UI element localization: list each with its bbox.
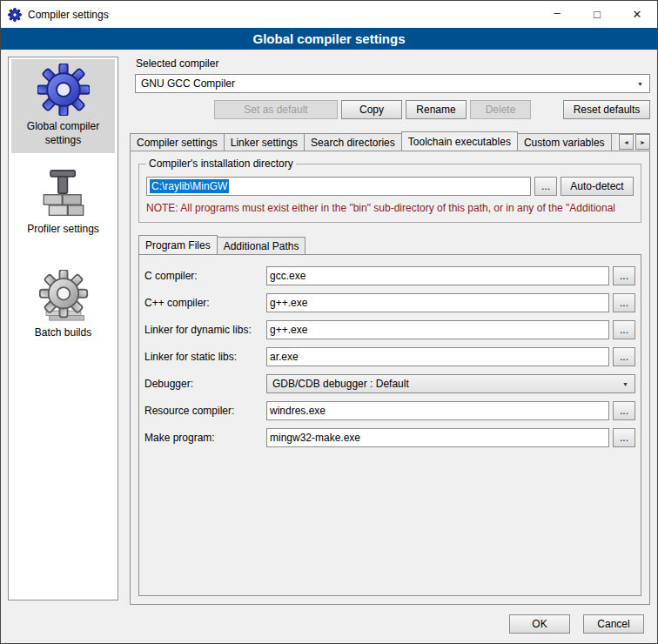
- installation-directory-row: C:\raylib\MinGW ... Auto-detect: [146, 177, 634, 196]
- installation-directory-group-label: Compiler's installation directory: [146, 158, 296, 170]
- resource-compiler-browse-button[interactable]: ...: [613, 401, 635, 420]
- c-compiler-value: gcc.exe: [270, 270, 306, 282]
- cancel-button[interactable]: Cancel: [583, 614, 644, 634]
- installation-directory-value: C:\raylib\MinGW: [150, 179, 229, 193]
- program-files-tabstrip: Program Files Additional Paths: [138, 235, 641, 254]
- main-panel: Selected compiler GNU GCC Compiler ▼ Set…: [130, 57, 650, 605]
- maximize-button[interactable]: □: [577, 1, 617, 28]
- title-bar: Compiler settings – □ ✕: [1, 1, 657, 28]
- dialog-footer: OK Cancel: [1, 605, 657, 643]
- gear-gray-icon: [38, 270, 89, 322]
- maximize-icon: □: [594, 8, 601, 21]
- left-pointer-icon: ◄: [623, 139, 629, 145]
- toolchain-executables-panel: Compiler's installation directory C:\ray…: [130, 151, 650, 605]
- reset-defaults-button[interactable]: Reset defaults: [563, 100, 650, 119]
- cpp-compiler-browse-button[interactable]: ...: [613, 293, 635, 312]
- debugger-row: Debugger: GDB/CDB debugger : Default ▼: [144, 374, 635, 393]
- debugger-label: Debugger:: [144, 378, 263, 390]
- c-compiler-browse-button[interactable]: ...: [613, 266, 635, 285]
- c-compiler-row: C compiler: gcc.exe ...: [144, 266, 635, 285]
- debugger-select[interactable]: GDB/CDB debugger : Default ▼: [266, 374, 635, 393]
- c-compiler-label: C compiler:: [144, 270, 263, 282]
- window-controls: – □ ✕: [537, 1, 657, 28]
- dynamic-linker-input[interactable]: g++.exe: [266, 320, 609, 339]
- dialog-header: Global compiler settings: [1, 28, 657, 50]
- copy-button[interactable]: Copy: [341, 100, 402, 119]
- resource-compiler-label: Resource compiler:: [144, 405, 263, 417]
- main-tabstrip: Compiler settings Linker settings Search…: [130, 131, 650, 151]
- dynamic-linker-row: Linker for dynamic libs: g++.exe ...: [144, 320, 635, 339]
- sidebar-item-global-compiler-settings[interactable]: Global compiler settings: [11, 59, 115, 153]
- compiler-actions: Set as default Copy Rename Delete Reset …: [130, 100, 650, 119]
- close-button[interactable]: ✕: [617, 1, 657, 28]
- gear-blue-icon: [37, 64, 90, 116]
- resource-compiler-value: windres.exe: [270, 405, 326, 417]
- tab-scroll-controls: ◄ ►: [616, 134, 650, 150]
- cpp-compiler-input[interactable]: g++.exe: [266, 293, 609, 312]
- tab-scroll-left-button[interactable]: ◄: [619, 134, 634, 150]
- set-as-default-button[interactable]: Set as default: [214, 100, 338, 119]
- debugger-select-value: GDB/CDB debugger : Default: [272, 378, 618, 390]
- auto-detect-button[interactable]: Auto-detect: [561, 177, 634, 196]
- settings-sidebar: Global compiler settings Profiler set: [8, 57, 118, 600]
- dynamic-linker-label: Linker for dynamic libs:: [144, 324, 263, 336]
- c-compiler-input[interactable]: gcc.exe: [266, 266, 609, 285]
- compiler-select[interactable]: GNU GCC Compiler ▼: [135, 74, 650, 93]
- sidebar-item-label: Global compiler settings: [13, 120, 113, 147]
- sidebar-item-label: Profiler settings: [27, 223, 99, 237]
- sidebar-item-profiler-settings[interactable]: Profiler settings: [11, 164, 115, 243]
- profiler-tool-icon: [39, 168, 88, 218]
- static-linker-input[interactable]: ar.exe: [266, 347, 609, 366]
- make-program-value: mingw32-make.exe: [270, 432, 360, 444]
- chevron-down-icon: ▼: [622, 381, 628, 387]
- static-linker-value: ar.exe: [270, 351, 299, 363]
- program-files-panel: C compiler: gcc.exe ... C++ compiler: g+…: [138, 254, 641, 596]
- selected-compiler-label: Selected compiler: [136, 57, 650, 70]
- dialog-body: Global compiler settings Profiler set: [1, 50, 657, 605]
- cpp-compiler-value: g++.exe: [270, 297, 307, 309]
- tab-compiler-settings[interactable]: Compiler settings: [130, 133, 225, 151]
- cpp-compiler-row: C++ compiler: g++.exe ...: [144, 293, 635, 312]
- app-gear-icon: [8, 8, 22, 22]
- tab-additional-paths[interactable]: Additional Paths: [217, 237, 306, 254]
- rename-button[interactable]: Rename: [406, 100, 467, 119]
- cpp-compiler-label: C++ compiler:: [144, 297, 263, 309]
- static-linker-row: Linker for static libs: ar.exe ...: [144, 347, 635, 366]
- make-program-label: Make program:: [144, 432, 263, 444]
- compiler-settings-dialog: Compiler settings – □ ✕ Global compiler …: [0, 0, 658, 644]
- dynamic-linker-browse-button[interactable]: ...: [613, 320, 635, 339]
- minimize-button[interactable]: –: [537, 1, 577, 28]
- window-title: Compiler settings: [28, 9, 109, 21]
- static-linker-label: Linker for static libs:: [144, 351, 263, 363]
- tab-scroll-right-button[interactable]: ►: [635, 134, 650, 150]
- make-program-row: Make program: mingw32-make.exe ...: [144, 428, 635, 447]
- installation-directory-group: Compiler's installation directory C:\ray…: [138, 164, 641, 223]
- tab-search-directories[interactable]: Search directories: [304, 133, 402, 151]
- dialog-header-title: Global compiler settings: [252, 31, 405, 46]
- sidebar-item-batch-builds[interactable]: Batch builds: [11, 265, 115, 346]
- bin-subdirectory-note: NOTE: All programs must exist either in …: [146, 202, 634, 214]
- compiler-select-value: GNU GCC Compiler: [141, 77, 633, 90]
- ok-button[interactable]: OK: [509, 614, 570, 634]
- dynamic-linker-value: g++.exe: [270, 324, 307, 336]
- static-linker-browse-button[interactable]: ...: [613, 347, 635, 366]
- resource-compiler-input[interactable]: windres.exe: [266, 401, 609, 420]
- chevron-down-icon: ▼: [637, 81, 643, 87]
- tab-toolchain-executables[interactable]: Toolchain executables: [401, 131, 518, 151]
- delete-button[interactable]: Delete: [470, 100, 531, 119]
- tab-custom-variables[interactable]: Custom variables: [517, 133, 612, 151]
- tab-program-files[interactable]: Program Files: [138, 235, 218, 254]
- tab-linker-settings[interactable]: Linker settings: [224, 133, 305, 151]
- make-program-browse-button[interactable]: ...: [613, 428, 635, 447]
- installation-directory-input[interactable]: C:\raylib\MinGW: [146, 177, 531, 196]
- sidebar-item-label: Batch builds: [35, 326, 91, 340]
- installation-directory-browse-button[interactable]: ...: [534, 177, 557, 196]
- close-icon: ✕: [633, 8, 642, 21]
- minimize-icon: –: [554, 6, 560, 19]
- make-program-input[interactable]: mingw32-make.exe: [266, 428, 609, 447]
- right-pointer-icon: ►: [640, 139, 646, 145]
- resource-compiler-row: Resource compiler: windres.exe ...: [144, 401, 635, 420]
